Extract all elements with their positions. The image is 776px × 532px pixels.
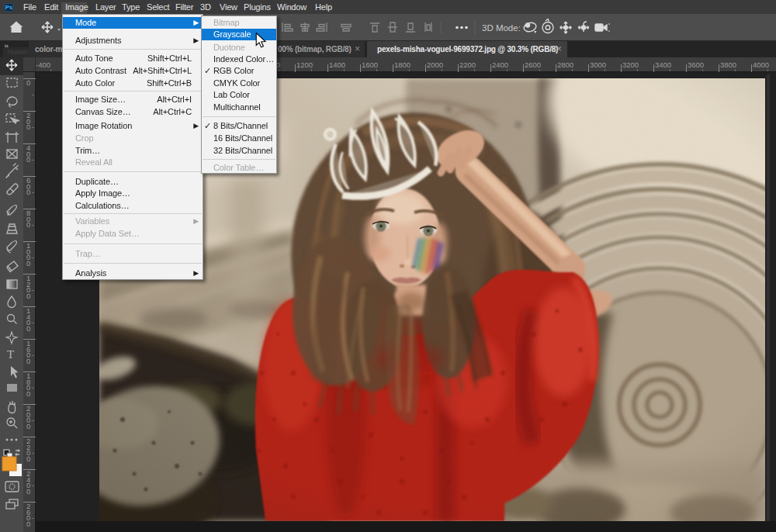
svg-text:T: T	[7, 348, 14, 361]
svg-text:3D Mode:: 3D Mode:	[482, 23, 521, 33]
